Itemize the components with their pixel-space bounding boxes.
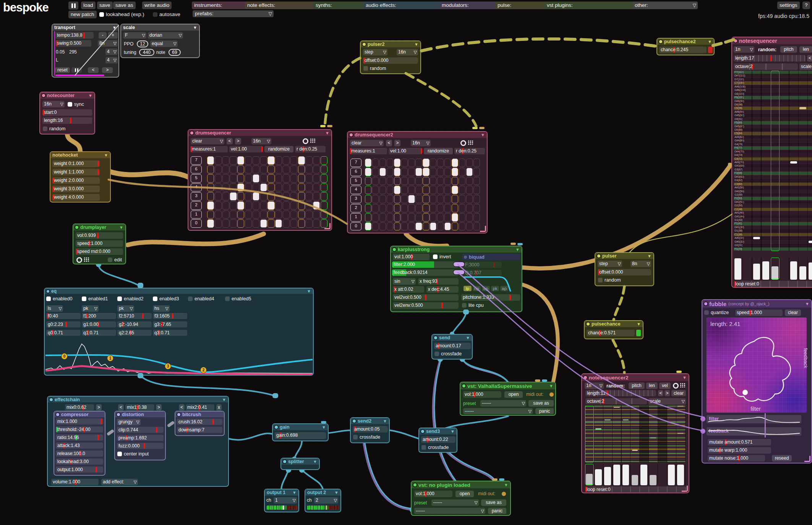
timesig-top-dropdown[interactable]: 4 (105, 49, 118, 55)
drum-cell[interactable] (215, 156, 222, 165)
loop-reset-slider[interactable]: loop reset:0 (734, 281, 812, 287)
g1-slider[interactable]: g1:0.00 (82, 321, 116, 327)
interval-dropdown[interactable]: 16n (251, 138, 271, 144)
gain-titlebar[interactable]: gain (273, 424, 328, 430)
modulation-nub[interactable] (454, 262, 464, 266)
drum-cell[interactable] (473, 168, 480, 176)
drum-cell[interactable] (313, 165, 320, 174)
gain-slider[interactable]: gain:0.698 (275, 432, 326, 439)
drum-cell[interactable] (401, 159, 408, 167)
collapse-icon[interactable] (313, 459, 317, 464)
help-button[interactable]: ? (802, 2, 810, 9)
drum-cell[interactable] (401, 222, 408, 231)
drum-cell[interactable] (253, 174, 259, 183)
enable-dot[interactable] (56, 413, 59, 416)
menu-pulse[interactable]: pulse: (495, 2, 550, 9)
crossfade-checkbox[interactable]: crossfade (353, 434, 380, 440)
record-icon[interactable] (76, 257, 82, 263)
splitter-titlebar[interactable]: splitter (281, 459, 319, 465)
enable-dot[interactable] (50, 398, 53, 401)
enabled4-checkbox[interactable]: enabled4 (188, 296, 214, 301)
drum-cell[interactable] (394, 195, 400, 203)
mix2-slider[interactable]: mix2:0.41 (186, 404, 214, 410)
drum-cell[interactable] (260, 165, 267, 174)
g2-slider[interactable]: g2:-10.94 (117, 321, 152, 327)
weight0-slider[interactable]: weight 0:1.000 (52, 160, 100, 167)
move-right-button[interactable]: > (96, 404, 102, 410)
eq-output-plug[interactable] (138, 373, 143, 378)
drum-cell[interactable] (394, 177, 400, 185)
shift-left-button[interactable]: < (227, 138, 233, 144)
comp-threshold-slider[interactable]: threshold:-24.00 (56, 426, 103, 433)
drum-cell[interactable] (466, 222, 473, 231)
send2-amount-slider[interactable]: amount:0.05 (353, 426, 388, 433)
collapse-icon[interactable] (222, 397, 226, 402)
ppo-entry[interactable]: 12 (137, 41, 148, 47)
menu-note-effects[interactable]: note effects: (245, 2, 319, 9)
drum-cell[interactable] (230, 211, 237, 219)
chance-slider[interactable]: chance:0.571 (587, 330, 635, 336)
drum-cell[interactable] (253, 201, 259, 210)
collapse-icon[interactable] (504, 483, 508, 487)
open-plugin-button[interactable]: open (504, 391, 523, 398)
collapse-icon[interactable] (292, 490, 297, 495)
drum-cell[interactable] (260, 192, 267, 201)
grid-view-icon[interactable] (83, 257, 89, 262)
drum-cell[interactable] (430, 213, 436, 222)
drum-cell[interactable] (430, 168, 436, 176)
note-cell[interactable] (605, 420, 611, 420)
drum-cell[interactable] (387, 168, 393, 176)
enable-dot[interactable] (464, 256, 467, 259)
drum-cell[interactable] (245, 192, 252, 201)
drum-cell[interactable] (207, 183, 214, 192)
notesequencer-titlebar[interactable]: notesequencer (732, 37, 812, 44)
transport-titlebar[interactable]: transport (52, 24, 118, 31)
drum-cell[interactable] (379, 204, 386, 212)
preset-dropdown[interactable]: ------ (431, 499, 479, 506)
collapse-icon[interactable] (805, 301, 809, 306)
new-patch-button[interactable]: new patch (68, 11, 97, 18)
resize-handle[interactable] (324, 223, 331, 229)
notecounter-interval-dropdown[interactable]: 16n (42, 101, 65, 107)
send3-titlebar[interactable]: send3 (419, 428, 457, 434)
drum-cell[interactable] (267, 156, 274, 165)
collapse-icon[interactable] (481, 133, 485, 137)
pulser-titlebar[interactable]: pulser (595, 253, 653, 259)
drum-cell[interactable] (222, 211, 229, 219)
note-grid[interactable]: F7(113)D#7(111)D7(110)C7(108)A#6(106)G#6… (734, 71, 812, 251)
velocity-bars[interactable] (585, 464, 686, 485)
ns1-scale-dropdown[interactable]: scale (799, 63, 812, 70)
enable-dot[interactable] (584, 376, 587, 379)
comp-mix-slider[interactable]: mix:1.000 (56, 418, 103, 425)
drum-cell[interactable] (305, 183, 312, 192)
send2-titlebar[interactable]: send2 (351, 418, 389, 424)
drum-cell[interactable] (437, 186, 444, 194)
drum-cell[interactable] (298, 174, 305, 183)
drum-cell[interactable] (290, 174, 297, 183)
drum-cell[interactable] (222, 174, 229, 183)
g3-slider[interactable]: g3:-7.65 (153, 321, 187, 327)
velocity-bar[interactable] (668, 465, 675, 485)
drum-cell[interactable] (305, 192, 312, 201)
clear-button[interactable]: clear (785, 309, 801, 316)
drum-cell[interactable] (459, 213, 465, 222)
pulsechance2-titlebar[interactable]: pulsechance2 (657, 39, 714, 45)
resize-handle[interactable] (480, 226, 486, 232)
velocity-bar[interactable] (650, 475, 656, 485)
tempo-slider[interactable]: tempo:138.8 (55, 32, 94, 39)
drum-cell[interactable] (230, 192, 237, 201)
drum-cell[interactable] (437, 177, 444, 185)
drum-cell[interactable] (245, 211, 252, 219)
save-button[interactable]: save (97, 2, 113, 9)
pulser-random-checkbox[interactable]: random (598, 277, 621, 283)
shift-left-button[interactable]: < (658, 390, 663, 396)
drum-cell[interactable] (321, 211, 327, 219)
drum-cell[interactable] (408, 186, 415, 194)
enable-dot[interactable] (283, 460, 286, 463)
mutate-warp-slider[interactable]: mutate warp:1.000 (708, 447, 771, 454)
drum-cell[interactable] (207, 219, 214, 228)
drum-cell[interactable] (430, 159, 436, 167)
drum-cell[interactable] (473, 195, 480, 203)
velocity-bar[interactable] (762, 261, 769, 280)
drum-cell[interactable] (283, 183, 290, 192)
